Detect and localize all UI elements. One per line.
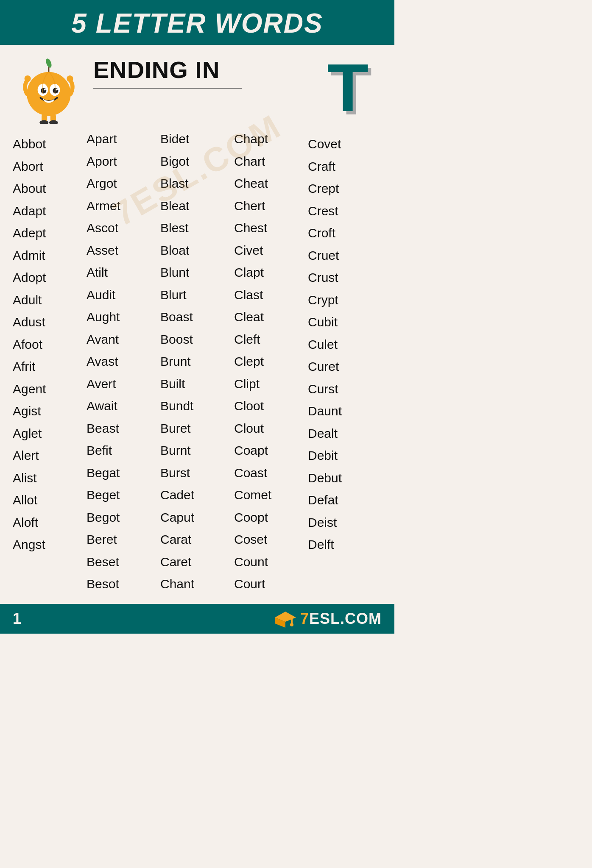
word-item: Clapt [234, 262, 308, 284]
word-item: Boast [160, 306, 234, 328]
svg-point-19 [290, 623, 293, 626]
word-item: Ascot [87, 217, 160, 239]
top-section: ENDING IN T [13, 52, 382, 124]
word-item: Audit [87, 284, 160, 306]
word-item: Besot [87, 573, 160, 595]
word-item: Clipt [234, 373, 308, 395]
word-item: Crypt [308, 289, 382, 312]
svg-point-0 [45, 58, 53, 68]
word-item: Delft [308, 534, 382, 556]
word-item: Dealt [308, 423, 382, 445]
word-item: Cloot [234, 395, 308, 417]
word-item: Begat [87, 462, 160, 484]
word-item: Chapt [234, 128, 308, 150]
word-item: Chert [234, 195, 308, 217]
word-item: About [13, 178, 87, 200]
word-column-4: ChaptChartCheatChertChestCivetClaptClast… [234, 128, 308, 595]
page-number: 1 [13, 610, 21, 628]
word-item: Chest [234, 217, 308, 239]
svg-point-2 [27, 72, 71, 116]
word-item: Carat [160, 529, 234, 551]
word-item: Avert [87, 373, 160, 395]
word-item: Armet [87, 195, 160, 217]
word-item: Bleat [160, 195, 234, 217]
content-area: 7ESL.COM [0, 45, 394, 595]
svg-point-8 [44, 89, 46, 91]
word-item: Culet [308, 334, 382, 356]
word-item: Defat [308, 489, 382, 512]
ending-in-area: ENDING IN [85, 52, 314, 89]
word-item: Clept [234, 351, 308, 373]
word-item: Bidet [160, 128, 234, 150]
word-item: Cubit [308, 311, 382, 334]
word-item: Admit [13, 245, 87, 267]
word-column-3: BidetBigotBlastBleatBlestBloatBluntBlurt… [160, 128, 234, 595]
word-item: Argot [87, 172, 160, 195]
svg-point-10 [25, 75, 31, 82]
word-item: Agent [13, 378, 87, 401]
word-item: Agist [13, 400, 87, 423]
word-item: Cheat [234, 172, 308, 195]
word-item: Blurt [160, 284, 234, 306]
word-item: Crest [308, 200, 382, 223]
word-item: Burst [160, 462, 234, 484]
word-item: Adopt [13, 267, 87, 289]
word-item: Brunt [160, 351, 234, 373]
word-item: Daunt [308, 400, 382, 423]
word-column-1: AbbotAbortAboutAdaptAdeptAdmitAdoptAdult… [13, 128, 87, 595]
word-item: Aport [87, 150, 160, 173]
word-item: Bloat [160, 239, 234, 262]
word-item: Beget [87, 484, 160, 506]
word-item: Angst [13, 534, 87, 556]
word-item: Aloft [13, 512, 87, 534]
word-item: Adept [13, 222, 87, 245]
word-item: Cruet [308, 245, 382, 267]
word-item: Comet [234, 484, 308, 506]
word-item: Caput [160, 506, 234, 529]
word-item: Blast [160, 172, 234, 195]
word-item: Crust [308, 267, 382, 289]
word-item: Clast [234, 284, 308, 306]
word-item: Curet [308, 356, 382, 378]
word-item: Cleft [234, 328, 308, 351]
logo-area: 7ESL.COM [275, 610, 382, 628]
word-item: Clout [234, 417, 308, 440]
word-item: Curst [308, 378, 382, 401]
word-item: Bundt [160, 395, 234, 417]
ending-in-title: ENDING IN [93, 56, 314, 83]
svg-point-7 [53, 88, 58, 93]
word-item: Coast [234, 462, 308, 484]
word-item: Adust [13, 311, 87, 334]
big-t-area: T [314, 52, 382, 122]
words-section: AbbotAbortAboutAdaptAdeptAdmitAdoptAdult… [13, 128, 382, 595]
word-item: Burnt [160, 440, 234, 462]
logo-number: 7 [300, 610, 309, 627]
word-item: Crept [308, 178, 382, 200]
word-item: Debit [308, 445, 382, 467]
word-item: Blest [160, 217, 234, 239]
logo-text: 7ESL.COM [300, 610, 382, 628]
word-item: Asset [87, 239, 160, 262]
word-item: Cleat [234, 306, 308, 328]
word-item: Aglet [13, 423, 87, 445]
word-item: Court [234, 573, 308, 595]
word-item: Aught [87, 306, 160, 328]
word-item: Beset [87, 551, 160, 573]
word-column-5: CovetCraftCreptCrestCroftCruetCrustCrypt… [308, 128, 382, 595]
logo-hat-icon [275, 610, 296, 628]
word-item: Coopt [234, 506, 308, 529]
word-item: Beret [87, 529, 160, 551]
word-item: Built [160, 373, 234, 395]
page-footer: 1 7ESL.COM [0, 604, 394, 634]
word-item: Chant [160, 573, 234, 595]
word-item: Coset [234, 529, 308, 551]
word-item: Covet [308, 133, 382, 156]
word-item: Count [234, 551, 308, 573]
word-item: Caret [160, 551, 234, 573]
word-item: Abort [13, 156, 87, 178]
word-item: Coapt [234, 440, 308, 462]
word-item: Avant [87, 328, 160, 351]
word-item: Atilt [87, 262, 160, 284]
word-item: Allot [13, 489, 87, 512]
word-item: Debut [308, 467, 382, 490]
